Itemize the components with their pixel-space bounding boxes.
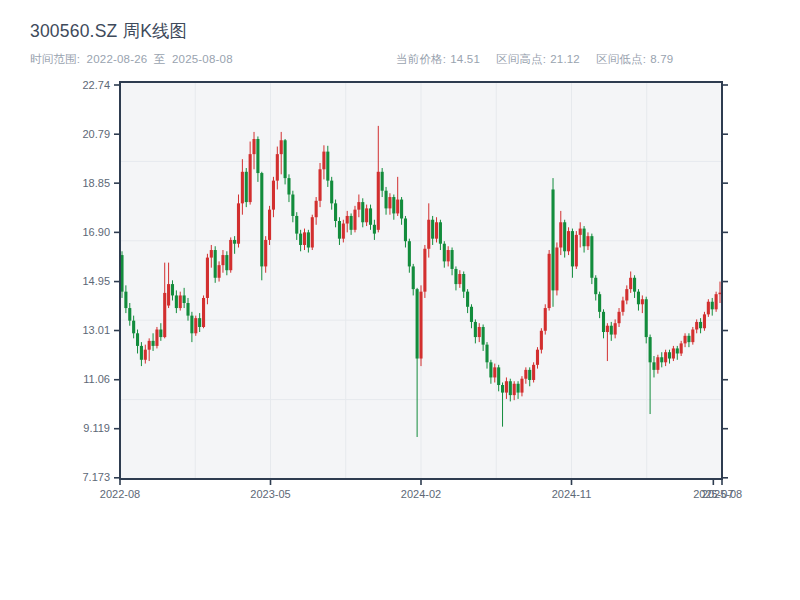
candle[interactable]: [532, 362, 535, 382]
candle-body: [260, 173, 263, 266]
candle-body: [124, 292, 127, 308]
candle[interactable]: [551, 178, 554, 307]
y-axis-label: 20.79: [82, 128, 110, 140]
candle[interactable]: [318, 163, 321, 207]
candle-body: [485, 345, 488, 363]
candle-body: [291, 195, 294, 216]
candle[interactable]: [703, 312, 706, 331]
candle[interactable]: [555, 242, 558, 295]
candle[interactable]: [540, 328, 543, 353]
y-axis-label: 13.01: [82, 324, 110, 336]
candle-body: [590, 236, 593, 278]
candle[interactable]: [194, 316, 197, 336]
candle-body: [287, 178, 290, 194]
y-axis-label: 11.06: [83, 373, 110, 385]
candle-body: [295, 216, 298, 234]
candle-body: [284, 140, 287, 178]
candle-body: [520, 379, 523, 393]
candle-body: [687, 336, 690, 342]
candle[interactable]: [214, 246, 217, 283]
y-axis-label: 22.74: [82, 79, 110, 91]
candle-body: [342, 224, 345, 239]
candle-body: [350, 216, 353, 230]
candle-body: [167, 284, 170, 305]
candle[interactable]: [245, 168, 248, 207]
candle-body: [536, 350, 539, 365]
x-axis-label: 2025-08: [702, 488, 742, 500]
candle-body: [334, 203, 337, 221]
candle[interactable]: [284, 139, 287, 184]
candle-body: [470, 307, 473, 322]
candle-body: [214, 250, 217, 278]
candle[interactable]: [575, 231, 578, 269]
candle[interactable]: [155, 327, 158, 348]
candle[interactable]: [419, 285, 422, 366]
candle[interactable]: [229, 237, 232, 272]
y-axis-label: 7.173: [82, 471, 110, 483]
candle-body: [431, 220, 434, 239]
candle[interactable]: [707, 299, 710, 317]
candle[interactable]: [202, 295, 205, 328]
candle-body: [365, 208, 368, 222]
candle-body: [245, 172, 248, 202]
candle-body: [493, 367, 496, 377]
candle-body: [695, 322, 698, 330]
candle-body: [544, 308, 547, 331]
candle[interactable]: [548, 250, 551, 311]
x-axis-label: 2022-08: [100, 488, 140, 500]
candle-body: [373, 225, 376, 234]
candle-body: [443, 244, 446, 262]
candle-body: [497, 367, 500, 385]
candle-body: [517, 384, 520, 393]
candle-body: [548, 254, 551, 308]
candle-body: [404, 218, 407, 241]
candle-body: [571, 231, 574, 266]
candle[interactable]: [260, 172, 263, 281]
candle[interactable]: [567, 227, 570, 255]
candle-body: [330, 181, 333, 204]
kline-chart[interactable]: 22.7420.7918.8516.9014.9513.0111.069.119…: [0, 0, 800, 600]
candle[interactable]: [590, 234, 593, 284]
candle-body: [711, 302, 714, 310]
candle-body: [509, 381, 512, 395]
candle-body: [144, 350, 147, 360]
candle[interactable]: [311, 215, 314, 250]
y-axis-label: 18.85: [82, 177, 110, 189]
candle-body: [645, 299, 648, 337]
candle[interactable]: [544, 304, 547, 334]
candle[interactable]: [206, 254, 209, 304]
x-axis-label: 2024-02: [401, 488, 441, 500]
candle-body: [190, 316, 193, 334]
candle-body: [268, 210, 271, 240]
candle-body: [381, 172, 384, 191]
candle-body: [136, 333, 139, 346]
candle-body: [163, 293, 166, 337]
candle[interactable]: [268, 206, 271, 245]
y-axis-label: 14.95: [82, 275, 110, 287]
candle[interactable]: [423, 245, 426, 298]
candle-body: [179, 295, 182, 308]
candle-body: [501, 385, 504, 393]
candle-body: [256, 139, 259, 173]
candle-body: [346, 216, 349, 224]
candle-body: [318, 169, 321, 201]
candle-body: [338, 221, 341, 239]
candle-body: [249, 154, 252, 202]
candle[interactable]: [691, 327, 694, 345]
candle-body: [614, 323, 617, 334]
candle-body: [583, 229, 586, 247]
candle-body: [462, 274, 465, 292]
candle[interactable]: [715, 292, 718, 312]
candle-body: [322, 152, 325, 170]
candle-body: [408, 241, 411, 266]
candle-body: [684, 336, 687, 344]
candle-body: [307, 232, 310, 247]
candle[interactable]: [645, 297, 648, 344]
candle-body: [155, 330, 158, 346]
candle-body: [369, 208, 372, 224]
candle[interactable]: [353, 206, 356, 232]
candle-body: [416, 289, 419, 358]
candle-body: [680, 343, 683, 353]
candle-body: [629, 278, 632, 289]
y-axis-label: 16.90: [82, 226, 110, 238]
